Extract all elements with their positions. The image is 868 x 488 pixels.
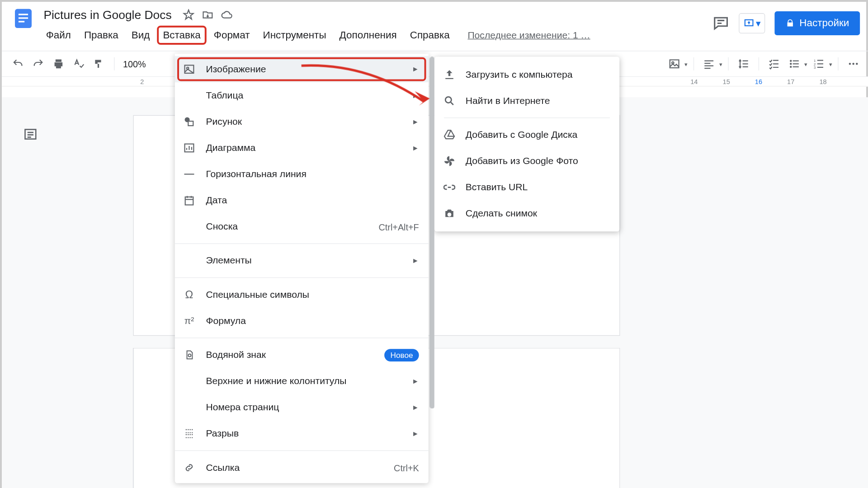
last-edit-link[interactable]: Последнее изменение: 1 … xyxy=(467,30,590,41)
insert-table-item[interactable]: Таблица ► xyxy=(175,82,429,108)
svg-point-8 xyxy=(790,63,792,65)
ruler-tick: 2 xyxy=(139,78,145,85)
link-icon xyxy=(443,181,456,194)
star-icon[interactable] xyxy=(182,9,194,21)
outline-icon[interactable] xyxy=(24,127,40,144)
chevron-right-icon: ► xyxy=(412,144,419,152)
chevron-right-icon: ► xyxy=(412,429,419,437)
item-label: Специальные символы xyxy=(206,289,419,300)
present-button[interactable]: ▾ xyxy=(739,13,765,33)
align-button[interactable] xyxy=(700,55,718,73)
insert-link-item[interactable]: Ссылка Ctrl+K xyxy=(175,455,429,481)
insert-special-chars-item[interactable]: Ω Специальные символы xyxy=(175,282,429,308)
new-badge: Новое xyxy=(384,349,419,361)
search-icon xyxy=(443,94,456,108)
svg-rect-5 xyxy=(670,60,679,68)
more-button[interactable] xyxy=(844,55,863,73)
item-label: Формула xyxy=(206,315,419,326)
drive-icon xyxy=(443,128,456,141)
ruler-tick: 15 xyxy=(723,78,729,85)
submenu-url[interactable]: Вставить URL xyxy=(434,174,619,200)
docs-logo[interactable] xyxy=(11,7,35,31)
dropdown-scrollbar[interactable] xyxy=(429,56,434,408)
item-label: Сноска xyxy=(206,221,378,232)
image-submenu: Загрузить с компьютера Найти в Интернете… xyxy=(434,56,619,231)
insert-elements-item[interactable]: Элементы ► xyxy=(175,248,429,274)
chevron-right-icon: ► xyxy=(412,257,419,265)
svg-point-9 xyxy=(790,66,792,68)
break-icon xyxy=(182,427,197,441)
insert-image-button[interactable] xyxy=(665,55,684,73)
submenu-drive[interactable]: Добавить с Google Диска xyxy=(434,122,619,148)
watermark-icon xyxy=(182,348,197,362)
svg-rect-1 xyxy=(19,14,28,15)
insert-dropdown: Изображение ► Таблица ► Рисунок ► Диагра… xyxy=(175,54,429,483)
numbered-list-button[interactable]: 123 xyxy=(810,55,828,73)
line-spacing-button[interactable] xyxy=(735,55,753,73)
submenu-upload[interactable]: Загрузить с компьютера xyxy=(434,61,619,88)
menu-view[interactable]: Вид xyxy=(126,26,156,45)
chevron-right-icon: ► xyxy=(412,91,419,99)
chevron-right-icon: ► xyxy=(412,403,419,411)
insert-image-item[interactable]: Изображение ► xyxy=(175,56,429,82)
cloud-icon[interactable] xyxy=(221,9,232,21)
item-label: Загрузить с компьютера xyxy=(466,69,573,80)
menu-addons[interactable]: Дополнения xyxy=(333,26,403,45)
share-button[interactable]: Настройки xyxy=(774,11,860,35)
insert-drawing-item[interactable]: Рисунок ► xyxy=(175,108,429,135)
menu-edit[interactable]: Правка xyxy=(78,26,124,45)
paint-format-button[interactable] xyxy=(90,55,108,73)
item-label: Верхние и нижние колонтитулы xyxy=(206,376,412,387)
submenu-search-web[interactable]: Найти в Интернете xyxy=(434,88,619,114)
redo-button[interactable] xyxy=(29,55,47,73)
drawing-icon xyxy=(182,114,197,129)
checklist-button[interactable] xyxy=(765,55,783,73)
bulleted-list-button[interactable] xyxy=(785,55,803,73)
menu-format[interactable]: Формат xyxy=(208,26,256,45)
insert-break-item[interactable]: Разрыв ► xyxy=(175,421,429,447)
insert-headers-item[interactable]: Верхние и нижние колонтитулы ► xyxy=(175,368,429,394)
item-label: Водяной знак xyxy=(206,350,384,361)
item-label: Сделать снимок xyxy=(466,208,537,219)
svg-point-19 xyxy=(849,63,851,65)
svg-rect-10 xyxy=(793,61,799,61)
svg-rect-2 xyxy=(19,17,28,19)
comments-icon[interactable] xyxy=(712,15,729,32)
svg-rect-12 xyxy=(793,66,799,67)
item-label: Найти в Интернете xyxy=(466,95,550,106)
item-label: Изображение xyxy=(206,64,412,75)
insert-footnote-item[interactable]: Сноска Ctrl+Alt+F xyxy=(175,214,429,240)
omega-icon: Ω xyxy=(182,287,197,302)
svg-rect-26 xyxy=(188,121,193,126)
submenu-photos[interactable]: Добавить из Google Фото xyxy=(434,148,619,174)
ruler-tick: 14 xyxy=(690,78,696,85)
item-label: Вставить URL xyxy=(466,182,528,193)
svg-point-7 xyxy=(790,60,792,61)
menu-file[interactable]: Файл xyxy=(40,26,77,45)
ruler-tick: 18 xyxy=(819,78,825,85)
chart-icon xyxy=(182,141,197,155)
spellcheck-button[interactable] xyxy=(70,55,88,73)
insert-page-numbers-item[interactable]: Номера страниц ► xyxy=(175,394,429,421)
doc-title[interactable]: Pictures in Google Docs xyxy=(40,7,175,23)
ruler-tick: 16 xyxy=(755,78,761,85)
menu-insert[interactable]: Вставка xyxy=(157,26,207,45)
menu-help[interactable]: Справка xyxy=(404,26,456,45)
item-label: Горизонтальная линия xyxy=(206,169,419,180)
undo-button[interactable] xyxy=(9,55,27,73)
insert-date-item[interactable]: Дата xyxy=(175,188,429,214)
move-icon[interactable] xyxy=(202,9,213,21)
insert-equation-item[interactable]: π² Формула xyxy=(175,308,429,334)
upload-icon xyxy=(443,68,456,81)
insert-chart-item[interactable]: Диаграмма ► xyxy=(175,135,429,161)
insert-watermark-item[interactable]: Водяной знак Новое xyxy=(175,342,429,368)
insert-hr-item[interactable]: Горизонтальная линия xyxy=(175,161,429,187)
menubar: Файл Правка Вид Вставка Формат Инструмен… xyxy=(40,24,712,46)
zoom-level[interactable]: 100% xyxy=(121,59,148,69)
submenu-camera[interactable]: Сделать снимок xyxy=(434,201,619,227)
image-icon xyxy=(182,62,197,76)
print-button[interactable] xyxy=(50,55,68,73)
menu-tools[interactable]: Инструменты xyxy=(257,26,332,45)
svg-rect-11 xyxy=(793,63,799,64)
svg-rect-29 xyxy=(185,197,193,205)
